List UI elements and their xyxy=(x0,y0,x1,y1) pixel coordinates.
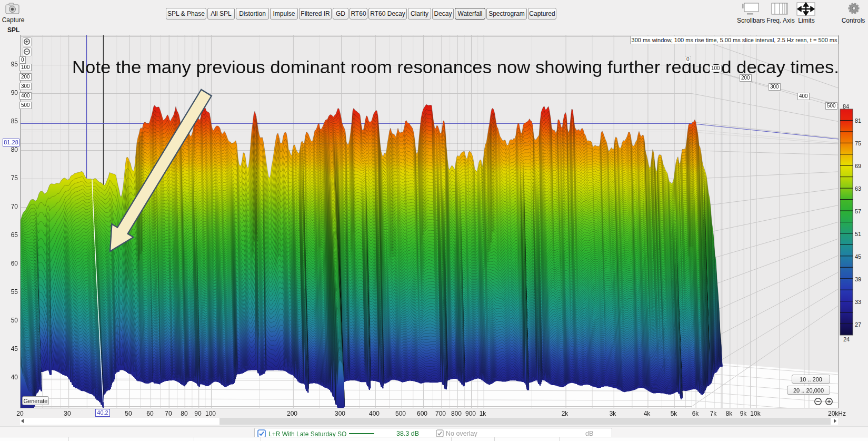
svg-text:Note the many previous dominan: Note the many previous dominant room res… xyxy=(72,57,839,77)
